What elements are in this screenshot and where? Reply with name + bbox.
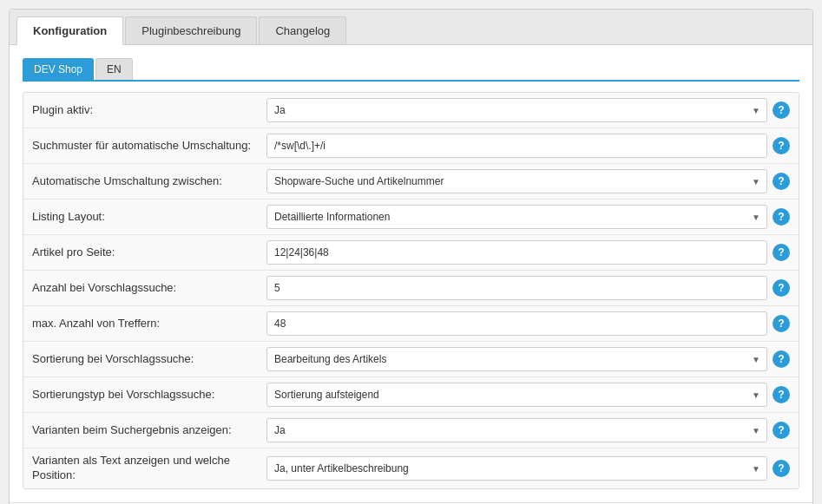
control-sortierungstyp: Sortierung aufsteigend ▼ ? <box>266 383 790 407</box>
control-varianten-suchergebnis: Ja Nein ▼ ? <box>266 418 790 442</box>
control-plugin-aktiv: Ja Nein ▼ ? <box>266 98 790 122</box>
control-varianten-text: Ja, unter Artikelbeschreibung ▼ ? <box>266 456 790 481</box>
label-artikel-pro-seite: Artikel pro Seite: <box>32 245 266 260</box>
form-row-sortierungstyp: Sortierungstyp bei Vorschlagssuche: Sort… <box>23 377 799 413</box>
sub-tab-dev-shop[interactable]: DEV Shop <box>23 58 94 80</box>
select-wrapper-varianten-suchergebnis: Ja Nein ▼ <box>266 418 767 442</box>
select-sortierung-vorschlag[interactable]: Bearbeitung des Artikels <box>266 347 767 371</box>
input-max-treffer[interactable] <box>266 311 767 336</box>
help-icon-plugin-aktiv[interactable]: ? <box>773 101 790 119</box>
sub-tab-en[interactable]: EN <box>95 58 133 80</box>
label-listing-layout: Listing Layout: <box>32 210 266 225</box>
help-icon-auto-umschaltung[interactable]: ? <box>773 173 790 190</box>
control-anzahl-vorschlag: ? <box>266 276 790 300</box>
input-artikel-pro-seite[interactable] <box>266 240 767 265</box>
select-wrapper-varianten-text: Ja, unter Artikelbeschreibung ▼ <box>266 456 767 481</box>
select-wrapper-auto-umschaltung: Shopware-Suche und Artikelnummer ▼ <box>266 169 767 193</box>
select-wrapper-listing-layout: Detaillierte Informationen ▼ <box>266 205 767 229</box>
form-row-sortierung-vorschlag: Sortierung bei Vorschlagssuche: Bearbeit… <box>23 342 799 377</box>
form-area: Plugin aktiv: Ja Nein ▼ ? Suchmuster für… <box>23 92 799 489</box>
select-listing-layout[interactable]: Detaillierte Informationen <box>266 205 767 229</box>
select-sortierungstyp[interactable]: Sortierung aufsteigend <box>266 383 767 407</box>
input-suchmuster[interactable] <box>266 134 767 158</box>
control-sortierung-vorschlag: Bearbeitung des Artikels ▼ ? <box>266 347 790 371</box>
control-artikel-pro-seite: ? <box>266 240 790 265</box>
select-wrapper-sortierung-vorschlag: Bearbeitung des Artikels ▼ <box>266 347 767 371</box>
tab-changelog[interactable]: Changelog <box>259 16 346 44</box>
tab-content: DEV Shop EN Plugin aktiv: Ja Nein ▼ ? <box>10 45 812 502</box>
select-wrapper-sortierungstyp: Sortierung aufsteigend ▼ <box>266 383 767 407</box>
label-plugin-aktiv: Plugin aktiv: <box>32 103 266 118</box>
help-icon-varianten-text[interactable]: ? <box>773 460 790 477</box>
form-row-anzahl-vorschlag: Anzahl bei Vorschlagssuche: ? <box>23 271 799 306</box>
help-icon-sortierungstyp[interactable]: ? <box>773 386 790 403</box>
form-row-varianten-suchergebnis: Varianten beim Suchergebnis anzeigen: Ja… <box>23 413 799 448</box>
control-listing-layout: Detaillierte Informationen ▼ ? <box>266 205 790 229</box>
help-icon-anzahl-vorschlag[interactable]: ? <box>773 279 790 297</box>
tab-pluginbeschreibung[interactable]: Pluginbeschreibung <box>125 16 257 44</box>
input-anzahl-vorschlag[interactable] <box>266 276 767 300</box>
select-varianten-suchergebnis[interactable]: Ja Nein <box>266 418 767 442</box>
label-max-treffer: max. Anzahl von Treffern: <box>32 317 266 331</box>
main-container: Konfiguration Pluginbeschreibung Changel… <box>9 9 813 504</box>
form-row-listing-layout: Listing Layout: Detaillierte Information… <box>23 200 799 235</box>
control-auto-umschaltung: Shopware-Suche und Artikelnummer ▼ ? <box>266 169 790 193</box>
label-anzahl-vorschlag: Anzahl bei Vorschlagssuche: <box>32 281 266 296</box>
control-suchmuster: ? <box>266 134 790 158</box>
sub-tabs: DEV Shop EN <box>23 58 799 82</box>
select-auto-umschaltung[interactable]: Shopware-Suche und Artikelnummer <box>266 169 767 193</box>
help-icon-artikel-pro-seite[interactable]: ? <box>773 244 790 261</box>
help-icon-suchmuster[interactable]: ? <box>773 137 790 154</box>
tabs-header: Konfiguration Pluginbeschreibung Changel… <box>10 10 812 45</box>
label-auto-umschaltung: Automatische Umschaltung zwischen: <box>32 174 266 189</box>
form-row-varianten-text: Varianten als Text anzeigen und welche P… <box>23 448 799 488</box>
select-wrapper-plugin-aktiv: Ja Nein ▼ <box>266 98 767 122</box>
label-varianten-text: Varianten als Text anzeigen und welche P… <box>32 454 266 483</box>
label-varianten-suchergebnis: Varianten beim Suchergebnis anzeigen: <box>32 423 266 438</box>
control-max-treffer: ? <box>266 311 790 336</box>
form-row-suchmuster: Suchmuster für automatische Umschaltung:… <box>23 128 799 164</box>
help-icon-max-treffer[interactable]: ? <box>773 315 790 332</box>
tab-konfiguration[interactable]: Konfiguration <box>16 16 123 45</box>
label-sortierung-vorschlag: Sortierung bei Vorschlagssuche: <box>32 352 266 367</box>
help-icon-varianten-suchergebnis[interactable]: ? <box>773 422 790 439</box>
help-icon-sortierung-vorschlag[interactable]: ? <box>773 350 790 368</box>
form-row-max-treffer: max. Anzahl von Treffern: ? <box>23 306 799 342</box>
form-row-plugin-aktiv: Plugin aktiv: Ja Nein ▼ ? <box>23 93 799 128</box>
form-row-artikel-pro-seite: Artikel pro Seite: ? <box>23 235 799 271</box>
select-plugin-aktiv[interactable]: Ja Nein <box>266 98 767 122</box>
select-varianten-text[interactable]: Ja, unter Artikelbeschreibung <box>266 456 767 481</box>
label-sortierungstyp: Sortierungstyp bei Vorschlagssuche: <box>32 388 266 403</box>
label-suchmuster: Suchmuster für automatische Umschaltung: <box>32 139 266 154</box>
help-icon-listing-layout[interactable]: ? <box>773 208 790 226</box>
form-row-auto-umschaltung: Automatische Umschaltung zwischen: Shopw… <box>23 164 799 200</box>
